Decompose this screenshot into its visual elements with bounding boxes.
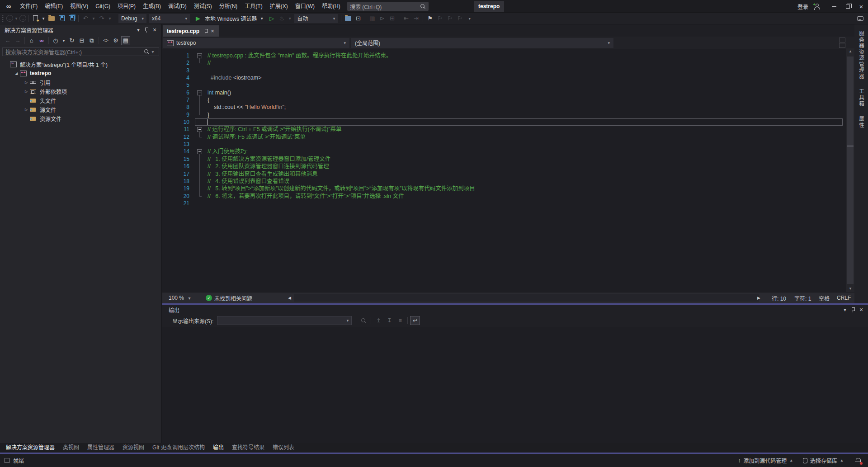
collapsed-tool-window-tab[interactable]: 服务器资源管理器 [858, 29, 865, 80]
run-dropdown-icon[interactable]: ▾ [259, 14, 264, 23]
line-number[interactable]: 9 [162, 111, 192, 118]
prev-bookmark-icon[interactable]: ⚐ [435, 14, 444, 23]
output-pin-icon[interactable] [849, 306, 857, 314]
type-scope-dropdown[interactable]: (全局范围) ▾ [351, 38, 613, 48]
hscroll-left-icon[interactable]: ◀ [288, 292, 291, 303]
menu-item[interactable]: 测试(S) [190, 0, 216, 13]
scrollbar-thumb[interactable] [847, 57, 854, 284]
all-windows-icon[interactable]: ⊡ [354, 14, 363, 23]
line-number[interactable]: 20 [162, 193, 192, 200]
save-icon[interactable] [57, 14, 66, 23]
send-feedback-icon[interactable] [857, 16, 863, 21]
sync-with-active-document-icon[interactable]: ⧉ [87, 36, 96, 45]
home-icon[interactable] [27, 36, 36, 45]
tree-item[interactable]: 引用 [0, 78, 161, 87]
quick-search-box[interactable]: 搜索 (Ctrl+Q) [347, 2, 429, 11]
line-number[interactable]: 1 [162, 52, 192, 59]
line-number[interactable]: 19 [162, 185, 192, 192]
menu-item[interactable]: 帮助(H) [318, 0, 344, 13]
view-code-icon[interactable]: <> [101, 36, 110, 45]
scroll-up-icon[interactable]: ▲ [846, 48, 854, 55]
line-number[interactable]: 3 [162, 67, 192, 74]
collapsed-tool-window-tab[interactable]: 工具箱 [858, 87, 865, 107]
line-number[interactable]: 13 [162, 141, 192, 148]
toolbar-overflow-icon[interactable]: ▾ [467, 16, 472, 21]
menu-item[interactable]: 工具(T) [241, 0, 266, 13]
scroll-down-icon[interactable]: ▼ [846, 286, 854, 292]
select-tool-icon[interactable]: ⊳ [377, 14, 387, 23]
back-dropdown-icon[interactable]: ▾ [14, 14, 19, 23]
line-number[interactable]: 15 [162, 156, 192, 163]
tool-window-tab[interactable]: 调用层次结构 [168, 443, 209, 453]
solution-platform-dropdown[interactable]: x64▾ [149, 14, 190, 23]
line-number[interactable]: 12 [162, 133, 192, 141]
expander-icon[interactable] [13, 71, 20, 75]
tool-window-tab[interactable]: 属性管理器 [83, 443, 118, 453]
menu-item[interactable]: 视图(V) [66, 0, 92, 13]
eol-indicator[interactable]: CRLF [837, 292, 851, 303]
line-number[interactable]: 6 [162, 89, 192, 96]
find-in-files-icon[interactable] [344, 14, 353, 23]
clear-bookmarks-icon[interactable]: ⚐ [455, 14, 464, 23]
undo-icon[interactable]: ↶ [81, 14, 90, 23]
expander-icon[interactable] [23, 108, 30, 112]
tree-item[interactable]: 头文件 [0, 96, 161, 105]
expander-icon[interactable] [23, 80, 30, 85]
tree-item[interactable]: 外部依赖项 [0, 87, 161, 96]
new-project-icon[interactable] [31, 14, 40, 23]
hscroll-right-icon[interactable]: ▶ [757, 292, 760, 303]
collapse-all-icon[interactable]: ⊟ [77, 36, 86, 45]
tool-window-tab[interactable]: 查找符号结果 [228, 443, 269, 453]
solution-explorer-search-box[interactable]: 搜索解决方案资源管理器(Ctrl+;) ▾ [2, 47, 159, 56]
show-all-files-icon[interactable]: ▤ [121, 36, 130, 45]
attach-mode-dropdown[interactable]: 自动▾ [294, 14, 338, 23]
sign-in-button[interactable]: 登录 [797, 3, 808, 10]
output-window-position-icon[interactable]: ▾ [841, 306, 849, 314]
solution-configuration-dropdown[interactable]: Debug▾ [118, 14, 146, 23]
document-health-indicator[interactable]: ✓ 未找到相关问题 [206, 292, 252, 303]
output-source-dropdown[interactable]: ▾ [217, 316, 352, 325]
line-indicator[interactable]: 行: 10 [772, 292, 786, 303]
output-content[interactable] [162, 327, 868, 443]
refresh-icon[interactable]: ↻ [67, 36, 76, 45]
redo-icon[interactable]: ↷ [97, 14, 106, 23]
notifications-bell-icon[interactable] [854, 457, 862, 464]
tree-item[interactable]: 资源文件 [0, 114, 161, 123]
find-message-icon[interactable] [359, 316, 368, 325]
editor-horizontal-scrollbar[interactable] [294, 294, 759, 302]
start-debugging-button[interactable]: ▶ 本地 Windows 调试器 ▾ [193, 14, 265, 23]
undo-dropdown-icon[interactable]: ▾ [91, 14, 96, 23]
menu-item[interactable]: 分析(N) [216, 0, 241, 13]
next-bookmark-icon[interactable]: ⚐ [445, 14, 454, 23]
line-number[interactable]: 14 [162, 148, 192, 155]
collapsed-tool-window-tab[interactable]: 属性 [858, 114, 865, 128]
tool-window-tab[interactable]: 类视图 [59, 443, 83, 453]
editor-vertical-scrollbar[interactable]: ▲ ▼ [846, 48, 854, 292]
menu-item[interactable]: 文件(F) [16, 0, 41, 13]
fold-collapse-icon[interactable] [195, 52, 205, 59]
tree-item[interactable]: testrepo [0, 69, 161, 78]
tab-pin-icon[interactable] [203, 27, 209, 35]
switch-views-icon[interactable]: ∞ [37, 36, 46, 45]
close-button[interactable]: × [854, 0, 868, 13]
open-file-icon[interactable] [47, 14, 56, 23]
redo-dropdown-icon[interactable]: ▾ [107, 14, 113, 23]
background-tasks-icon[interactable] [5, 458, 9, 463]
hot-reload-icon[interactable]: ♨ [277, 14, 286, 23]
line-number[interactable]: 8 [162, 104, 192, 111]
tool-window-tab[interactable]: 输出 [209, 443, 228, 453]
navigate-back-icon[interactable]: ← [6, 15, 13, 22]
fold-collapse-icon[interactable] [195, 148, 205, 155]
se-forward-icon[interactable]: → [13, 36, 22, 45]
code-metrics-icon[interactable]: ▥ [368, 14, 377, 23]
decrease-indent-icon[interactable]: ⇤ [401, 14, 410, 23]
menu-item[interactable]: 扩展(X) [266, 0, 292, 13]
line-number[interactable]: 2 [162, 59, 192, 66]
select-repository-button[interactable]: 选择存储库 ▲ [803, 457, 844, 464]
fold-collapse-icon[interactable] [195, 89, 205, 96]
close-panel-icon[interactable]: × [151, 26, 159, 34]
toolbar-drag-handle[interactable] [2, 15, 5, 22]
minimize-button[interactable] [827, 0, 841, 13]
tree-item[interactable]: 解决方案“testrepo”(1 个项目/共 1 个) [0, 60, 161, 69]
restore-button[interactable] [841, 0, 854, 13]
